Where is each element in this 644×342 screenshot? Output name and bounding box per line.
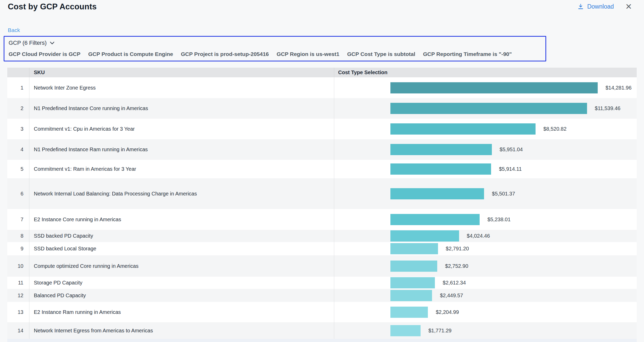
- sku-cell: Balanced PD Capacity: [29, 289, 334, 302]
- header-actions: Download ✕: [577, 3, 632, 11]
- sku-cell: SSD backed PD Capacity: [29, 230, 334, 242]
- sku-cell: Storage PD Capacity: [29, 277, 334, 289]
- filter-chip: GCP Project is prod-setup-205416: [181, 51, 269, 57]
- table-row[interactable]: 7E2 Instance Core running in Americas$5,…: [7, 209, 637, 230]
- filter-chip-list: GCP Cloud Provider is GCPGCP Product is …: [9, 51, 541, 57]
- table-row[interactable]: 1Network Inter Zone Egress$14,281.96: [7, 77, 637, 98]
- row-index: 7: [7, 209, 29, 230]
- sku-cell: Network Inter Zone Egress: [29, 77, 334, 98]
- table-row[interactable]: 11Storage PD Capacity$2,612.34: [7, 277, 637, 289]
- row-index: 10: [7, 255, 29, 277]
- cost-bar[interactable]: [390, 144, 492, 155]
- table-row[interactable]: 6Network Internal Load Balancing: Data P…: [7, 178, 637, 209]
- row-index: 8: [7, 230, 29, 242]
- sku-cell: Network Internal Load Balancing: Data Pr…: [29, 178, 334, 209]
- sku-cell: Compute optimized Core running in Americ…: [29, 255, 334, 277]
- chevron-down-icon: [50, 41, 55, 45]
- cost-bar-cell: $2,791.20: [334, 242, 637, 255]
- cost-table: SKU Cost Type Selection 1Network Inter Z…: [7, 68, 637, 342]
- table-row[interactable]: 2N1 Predefined Instance Core running in …: [7, 98, 637, 119]
- cost-bar-cell: $8,520.82: [334, 119, 637, 139]
- table-row[interactable]: 8SSD backed PD Capacity$4,024.46: [7, 230, 637, 242]
- sku-cell: Network Internet Egress from Americas to…: [29, 322, 334, 339]
- cost-bar[interactable]: [390, 243, 438, 254]
- cost-value: $5,914.11: [499, 166, 522, 172]
- row-index: 12: [7, 289, 29, 302]
- filter-chip: GCP Reporting Timeframe is "-90": [423, 51, 512, 57]
- column-header-sku: SKU: [29, 68, 334, 77]
- cost-bar-cell: $2,204.99: [334, 302, 637, 322]
- cost-bar[interactable]: [390, 230, 459, 242]
- download-label: Download: [587, 3, 614, 10]
- filters-dropdown-toggle[interactable]: GCP (6 Filters): [9, 40, 55, 46]
- cost-bar[interactable]: [390, 163, 491, 175]
- cost-bar[interactable]: [390, 261, 437, 272]
- row-index: 2: [7, 98, 29, 119]
- row-index: 4: [7, 139, 29, 160]
- cost-bar[interactable]: [390, 325, 421, 336]
- cost-value: $8,520.82: [543, 126, 566, 132]
- cost-bar-cell: $2,449.57: [334, 289, 637, 302]
- cost-bar-cell: $4,024.46: [334, 230, 637, 242]
- cost-bar[interactable]: [390, 307, 428, 318]
- table-row[interactable]: 12Balanced PD Capacity$2,449.57: [7, 289, 637, 302]
- table-row[interactable]: 9SSD backed Local Storage$2,791.20: [7, 242, 637, 255]
- table-row[interactable]: 13E2 Instance Ram running in Americas$2,…: [7, 302, 637, 322]
- cost-bar-cell: $1,771.29: [334, 322, 637, 339]
- sku-cell: Commitment v1: Ram in Americas for 3 Yea…: [29, 160, 334, 178]
- cost-bar-cell: $5,238.01: [334, 209, 637, 230]
- filter-chip: GCP Cloud Provider is GCP: [9, 51, 80, 57]
- cost-value: $5,501.37: [492, 191, 515, 197]
- filter-chip: GCP Product is Compute Engine: [88, 51, 173, 57]
- cost-bar[interactable]: [390, 214, 480, 225]
- cost-value: $1,771.29: [428, 328, 452, 334]
- cost-value: $11,539.46: [595, 105, 621, 111]
- column-header-cost-type-selection: Cost Type Selection: [334, 68, 637, 77]
- table-row[interactable]: 14Network Internet Egress from Americas …: [7, 322, 637, 339]
- cost-bar-cell: $2,612.34: [334, 277, 637, 289]
- cost-value: $2,612.34: [443, 280, 466, 286]
- cost-bar-cell: $14,281.96: [334, 77, 637, 98]
- back-link[interactable]: Back: [8, 27, 20, 33]
- filters-summary-label: GCP (6 Filters): [9, 40, 47, 46]
- download-button[interactable]: Download: [577, 3, 614, 10]
- cost-bar[interactable]: [390, 82, 598, 93]
- sku-cell: N1 Predefined Instance Core running in A…: [29, 98, 334, 119]
- cost-bar[interactable]: [390, 123, 536, 135]
- row-index: 13: [7, 302, 29, 322]
- sku-cell: E2 Instance Ram running in Americas: [29, 302, 334, 322]
- filter-panel: GCP (6 Filters) GCP Cloud Provider is GC…: [4, 36, 546, 61]
- row-index: 9: [7, 242, 29, 255]
- download-icon: [577, 3, 584, 10]
- filter-chip: GCP Region is us-west1: [277, 51, 339, 57]
- cost-value: $2,204.99: [436, 309, 459, 315]
- sku-cell: Commitment v1: Cpu in Americas for 3 Yea…: [29, 119, 334, 139]
- table-row[interactable]: 10Compute optimized Core running in Amer…: [7, 255, 637, 277]
- table-row[interactable]: 5Commitment v1: Ram in Americas for 3 Ye…: [7, 160, 637, 178]
- cost-bar[interactable]: [390, 103, 587, 114]
- cost-bar[interactable]: [390, 277, 435, 288]
- filter-chip: GCP Cost Type is subtotal: [347, 51, 415, 57]
- sku-cell: N1 Predefined Instance Ram running in Am…: [29, 139, 334, 160]
- table-row[interactable]: 3Commitment v1: Cpu in Americas for 3 Ye…: [7, 119, 637, 139]
- cost-bar-cell: $2,752.90: [334, 255, 637, 277]
- sku-cell: E2 Instance Core running in Americas: [29, 209, 334, 230]
- cost-value: $5,951.04: [500, 147, 523, 153]
- table-bottom-strip: [7, 339, 637, 342]
- cost-bar[interactable]: [390, 188, 484, 199]
- row-index: 14: [7, 322, 29, 339]
- table-header-row: SKU Cost Type Selection: [7, 68, 637, 77]
- row-index: 3: [7, 119, 29, 139]
- row-index: 6: [7, 178, 29, 209]
- column-header-index: [7, 68, 29, 77]
- row-index: 1: [7, 77, 29, 98]
- row-index: 5: [7, 160, 29, 178]
- cost-value: $2,449.57: [440, 293, 463, 299]
- close-icon[interactable]: ✕: [625, 3, 632, 11]
- cost-bar[interactable]: [390, 290, 432, 301]
- cost-value: $2,791.20: [446, 246, 469, 252]
- cost-bar-cell: $5,951.04: [334, 139, 637, 160]
- cost-bar-cell: $5,501.37: [334, 178, 637, 209]
- cost-value: $2,752.90: [445, 263, 468, 269]
- table-row[interactable]: 4N1 Predefined Instance Ram running in A…: [7, 139, 637, 160]
